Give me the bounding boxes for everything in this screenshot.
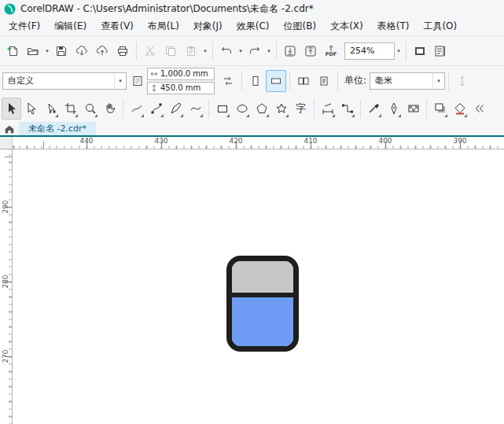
toolbox-separator [426, 99, 427, 118]
copy-button[interactable] [160, 40, 181, 62]
pick-tool[interactable] [2, 98, 21, 120]
undo-button[interactable] [216, 40, 237, 62]
menu-layout[interactable]: 布局(L) [141, 17, 186, 35]
menu-object[interactable]: 对象(J) [186, 17, 230, 35]
ruler-row: 440 430 420 410 400 390 [0, 137, 504, 149]
undo-dropdown[interactable] [237, 40, 245, 62]
interactive-fill-tool[interactable] [450, 98, 469, 120]
drawing-canvas[interactable] [13, 149, 504, 424]
connector-tool[interactable] [337, 98, 357, 120]
save-button[interactable] [51, 40, 72, 62]
standard-toolbar: PDF 254% [0, 35, 504, 65]
page-height-field[interactable]: 450.0 mm [147, 82, 215, 94]
crop-tool[interactable] [61, 98, 80, 120]
menu-text[interactable]: 文本(X) [323, 17, 370, 35]
ruler-origin-corner[interactable] [0, 137, 13, 149]
open-from-cloud-button[interactable] [72, 40, 92, 62]
import-button[interactable] [280, 40, 300, 62]
paste-dropdown[interactable] [201, 40, 209, 62]
color-eyedropper-tool[interactable] [364, 98, 384, 120]
page-width-value: 1,000.0 mm [160, 69, 208, 78]
shape-tool[interactable] [41, 98, 61, 120]
document-tab-bar: 未命名 -2.cdr* [0, 122, 504, 137]
open-dropdown[interactable] [43, 40, 51, 62]
toolbar-separator [337, 72, 338, 90]
page-width-field[interactable]: 1,000.0 mm [147, 68, 215, 80]
parallel-dimension-tool[interactable] [318, 98, 337, 120]
portrait-icon [249, 75, 262, 87]
cut-icon [144, 45, 156, 57]
paste-button[interactable] [181, 40, 201, 62]
polygon-tool[interactable] [252, 98, 271, 120]
cut-button[interactable] [140, 40, 160, 62]
ruler-label: 430 [154, 137, 167, 145]
menu-tools[interactable]: 工具(O) [416, 17, 464, 35]
current-page-button[interactable] [314, 70, 334, 92]
fullscreen-preview-button[interactable] [410, 40, 430, 62]
swap-dimensions-button[interactable] [218, 70, 238, 92]
pan-tool[interactable] [100, 98, 120, 120]
connector-icon [341, 102, 354, 115]
new-document-button[interactable] [2, 40, 23, 62]
landscape-button[interactable] [266, 70, 286, 92]
drop-shadow-tool[interactable] [430, 98, 450, 120]
publish-pdf-button[interactable]: PDF [321, 40, 341, 62]
redo-dropdown[interactable] [265, 40, 273, 62]
nudge-distance-button[interactable] [452, 70, 473, 92]
welcome-screen-tab[interactable] [0, 122, 19, 135]
menu-view[interactable]: 查看(V) [94, 17, 141, 35]
magnifier-icon [84, 102, 97, 115]
toolbox-overflow-button[interactable] [469, 98, 489, 120]
copy-icon [164, 45, 177, 57]
redo-button[interactable] [245, 40, 265, 62]
export-button[interactable] [300, 40, 321, 62]
menu-file[interactable]: 文件(F) [2, 17, 47, 35]
transparency-tool[interactable] [403, 98, 423, 120]
toolbox-separator [314, 99, 315, 118]
menu-table[interactable]: 表格(T) [370, 17, 417, 35]
ellipse-icon [236, 102, 248, 115]
all-pages-icon [297, 75, 310, 87]
menu-edit[interactable]: 编辑(E) [47, 17, 94, 35]
vertical-ruler[interactable]: 290 280 270 [0, 149, 13, 424]
menu-bitmaps[interactable]: 位图(B) [277, 17, 324, 35]
active-document-tab[interactable]: 未命名 -2.cdr* [19, 122, 96, 135]
show-rulers-button[interactable] [430, 40, 451, 62]
units-dropdown[interactable] [432, 73, 444, 89]
document-tab-label: 未命名 -2.cdr* [28, 123, 86, 135]
outline-pen-tool[interactable] [384, 98, 403, 120]
zoom-level-dropdown[interactable] [395, 40, 403, 62]
all-pages-button[interactable] [293, 70, 314, 92]
page-size-combobox[interactable]: 自定义 [2, 72, 127, 90]
window-title: CorelDRAW - C:\Users\Administrator\Docum… [20, 2, 314, 16]
zoom-level-combobox[interactable]: 254% [344, 42, 395, 60]
fullscreen-icon [414, 45, 426, 57]
nudge-distance-icon [456, 75, 469, 87]
page-size-dropdown[interactable] [114, 73, 126, 89]
units-combobox[interactable]: 毫米 [370, 72, 445, 90]
redo-icon [248, 45, 261, 57]
ellipse-tool[interactable] [232, 98, 252, 120]
zoom-tool[interactable] [80, 98, 100, 120]
freehand-tool[interactable] [127, 98, 146, 120]
portrait-button[interactable] [245, 70, 266, 92]
hand-icon [104, 102, 116, 115]
freehand-pick-tool[interactable] [21, 98, 41, 120]
eraser-shape[interactable] [226, 256, 299, 352]
rectangle-tool[interactable] [212, 98, 232, 120]
menu-effects[interactable]: 效果(C) [230, 17, 277, 35]
ruler-label: 290 [2, 195, 9, 219]
bezier-tool[interactable] [146, 98, 166, 120]
save-to-cloud-button[interactable] [92, 40, 112, 62]
print-button[interactable] [112, 40, 133, 62]
save-icon [55, 45, 68, 57]
text-tool[interactable]: 字 [291, 98, 311, 120]
horizontal-ruler[interactable]: 440 430 420 410 400 390 [13, 137, 504, 149]
open-button[interactable] [23, 40, 43, 62]
toolbox-separator [208, 99, 209, 118]
common-shapes-tool[interactable] [271, 98, 291, 120]
coreldraw-logo-icon [4, 3, 16, 15]
ruler-label: 390 [453, 137, 466, 145]
livesketch-tool[interactable] [186, 98, 205, 120]
artistic-media-tool[interactable] [166, 98, 186, 120]
